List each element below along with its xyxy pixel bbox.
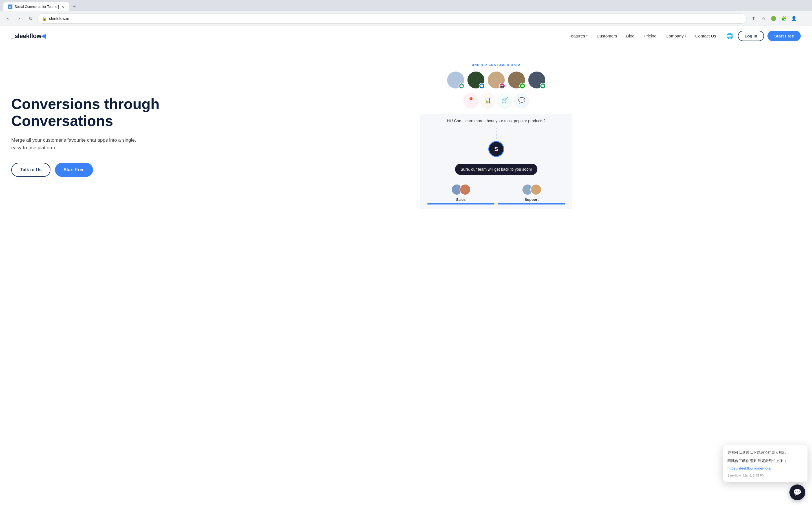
bookmark-icon[interactable]: ☆ [759,14,768,23]
instagram-badge: 📷 [499,83,505,89]
profile-icon[interactable]: 👤 [790,14,799,23]
start-free-nav-button[interactable]: Start Free [767,31,801,41]
main-nav: _sleekflow◀ Features ▾ Customers Blog Pr… [0,26,812,46]
browser-chrome: S Social Commerce for Teams | ✕ + ‹ › ↻ … [0,0,812,26]
hero-buttons: Talk to Us Start Free [11,163,181,177]
hero-illustration: UNIFIED CUSTOMER DATA 💬 💬 📷 [420,63,572,210]
support-avatar-2 [530,184,542,195]
sales-label: Sales [427,198,495,202]
avatar-5-wrap: 💬 [528,71,546,89]
share-icon[interactable]: ⬆ [749,14,758,23]
whatsapp-badge: 💬 [458,83,465,89]
hero-subtitle: Merge all your customer's favourite chat… [11,136,147,152]
avatar-3-wrap: 📷 [487,71,505,89]
support-avatars [498,184,565,195]
tab-title: Social Commerce for Teams | [15,5,59,9]
extension-icon-1[interactable]: 🟢 [769,14,778,23]
messenger-badge: 💬 [479,83,485,89]
active-tab[interactable]: S Social Commerce for Teams | ✕ [3,2,69,11]
lock-icon: 🔒 [42,16,47,21]
nav-company[interactable]: Company ▾ [666,34,686,38]
teams-row: Sales Support [427,184,565,205]
back-button[interactable]: ‹ [3,14,12,23]
nav-actions: 🌐 Log In Start Free [725,31,801,41]
extension-icon-2[interactable]: 🧩 [779,14,788,23]
line-badge: 💬 [519,83,525,89]
connector-line [496,128,497,139]
tab-favicon: S [8,4,12,9]
avatars-row: 💬 💬 📷 💬 [420,71,572,89]
url-text: sleekflow.io [49,16,742,21]
sales-team-card: Sales [427,184,495,205]
toolbar-actions: ⬆ ☆ 🟢 🧩 👤 ⋮ [749,14,809,23]
language-button[interactable]: 🌐 [725,32,734,41]
sales-avatars [427,184,495,195]
talk-to-us-button[interactable]: Talk to Us [11,163,50,177]
hero-right: UNIFIED CUSTOMER DATA 💬 💬 📷 [181,63,801,210]
sales-bar [427,203,495,205]
chat-icon: 💬 [515,94,528,107]
sales-avatar-2 [460,184,471,195]
chevron-down-icon: ▾ [586,34,588,38]
nav-pricing[interactable]: Pricing [644,34,657,38]
hero-section: Conversions through Conversations Merge … [0,46,812,221]
menu-icon[interactable]: ⋮ [800,14,809,23]
new-tab-button[interactable]: + [70,4,78,10]
unified-label: UNIFIED CUSTOMER DATA [420,63,572,66]
nav-blog[interactable]: Blog [626,34,635,38]
location-icon: 📍 [464,94,477,107]
avatar-1-wrap: 💬 [447,71,465,89]
cart-icon: 🛒 [498,94,511,107]
tab-bar: S Social Commerce for Teams | ✕ + [0,0,812,11]
logo[interactable]: _sleekflow◀ [11,33,46,40]
support-bar [498,203,565,205]
nav-customers[interactable]: Customers [597,34,617,38]
feature-icons-row: 📍 📊 🛒 💬 [420,94,572,107]
avatar-2-wrap: 💬 [467,71,485,89]
chat-response: Sure, our team will get back to you soon… [455,164,538,175]
nav-links: Features ▾ Customers Blog Pricing Compan… [568,34,716,38]
forward-button[interactable]: › [15,14,24,23]
hero-title: Conversions through Conversations [11,96,181,129]
login-button[interactable]: Log In [738,31,764,41]
chevron-down-icon-2: ▾ [685,34,686,38]
address-bar[interactable]: 🔒 sleekflow.io [37,13,747,24]
start-free-hero-button[interactable]: Start Free [55,163,93,177]
analytics-icon: 📊 [481,94,495,107]
logo-text: _sleekflow◀ [11,33,46,40]
hero-left: Conversions through Conversations Merge … [11,96,181,177]
toolbar: ‹ › ↻ 🔒 sleekflow.io ⬆ ☆ 🟢 🧩 👤 ⋮ [0,11,812,26]
nav-contact[interactable]: Contact Us [695,34,716,38]
logo-accent: ◀ [41,33,46,40]
wechat-badge: 💬 [540,83,546,89]
support-label: Support [498,198,565,202]
refresh-button[interactable]: ↻ [26,14,35,23]
support-team-card: Support [498,184,565,205]
agent-avatar: S [488,141,504,157]
nav-features[interactable]: Features ▾ [568,34,588,38]
website: _sleekflow◀ Features ▾ Customers Blog Pr… [0,26,812,223]
avatar-4-wrap: 💬 [507,71,525,89]
chat-question: Hi ! Can I learn more about your most po… [427,119,565,123]
close-tab-button[interactable]: ✕ [61,4,64,9]
